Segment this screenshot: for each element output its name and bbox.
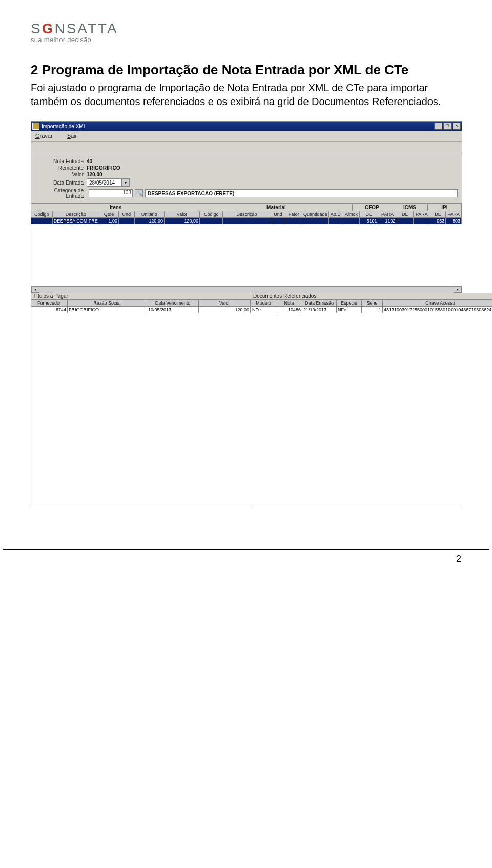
- cell-codigo: [31, 218, 53, 224]
- value-categoria-desc: DESPESAS EXPORTACAO (FRETE): [145, 189, 458, 197]
- col-qtde[interactable]: Qtde: [99, 211, 119, 218]
- col-cfop-para[interactable]: PARA: [378, 211, 397, 218]
- col-m-almox[interactable]: Almox: [343, 211, 360, 218]
- logo-brand: SGNSATTA: [31, 21, 461, 37]
- cell-unitario: 120,00: [135, 218, 165, 224]
- cell-t-valor: 120,00: [199, 307, 251, 313]
- cell-nota: 10486: [276, 307, 302, 313]
- minimize-button[interactable]: _: [434, 123, 442, 130]
- col-modelo[interactable]: Modelo: [251, 300, 276, 307]
- logo-part: G: [42, 21, 55, 36]
- docs-body: [251, 313, 492, 508]
- section-material: Material: [200, 204, 352, 211]
- scroll-left-icon[interactable]: ◂: [31, 287, 39, 293]
- menubar: Gravar Sair: [31, 131, 462, 142]
- col-m-qtd[interactable]: Quantidade: [302, 211, 329, 218]
- docs-columns: Modelo Nota Data Emissão Espécie Série C…: [251, 300, 492, 307]
- cell-qtde: 1,00: [99, 218, 119, 224]
- cell-venc: 10/05/2013: [147, 307, 199, 313]
- cell-cfop-para: 1102: [378, 218, 397, 224]
- col-icms-para[interactable]: PARA: [414, 211, 430, 218]
- form-area: Nota Entrada 40 Remetente FRIGORIFICO Va…: [31, 154, 462, 204]
- cell-icms-para: [414, 218, 430, 224]
- input-data-entrada[interactable]: 28/05/2014 ▾: [87, 178, 130, 187]
- cell-ipi-de: 053: [430, 218, 446, 224]
- toolbar-gap: [31, 142, 462, 154]
- cell-icms-de: [397, 218, 414, 224]
- section-icms: ICMS: [392, 204, 428, 211]
- col-serie[interactable]: Série: [362, 300, 383, 307]
- scroll-right-icon[interactable]: ▸: [454, 287, 462, 293]
- col-razao[interactable]: Razão Social: [68, 300, 147, 307]
- col-t-valor[interactable]: Valor: [199, 300, 251, 307]
- label-data-entrada: Data Entrada: [35, 180, 87, 186]
- col-m-apd[interactable]: Ap.D: [329, 211, 343, 218]
- section-ipi: IPI: [428, 204, 462, 211]
- section-headers: Itens Material CFOP ICMS IPI: [31, 204, 462, 211]
- label-valor: Valor: [35, 172, 87, 177]
- col-nota[interactable]: Nota: [276, 300, 302, 307]
- logo-part: NSATTA: [54, 21, 118, 36]
- items-grid-body: [31, 224, 462, 286]
- cell-m-und: [271, 218, 286, 224]
- input-categoria-code[interactable]: 103: [89, 189, 133, 197]
- panel-docs: Documentos Referenciados Modelo Nota Dat…: [251, 293, 492, 508]
- value-remetente: FRIGORIFICO: [87, 165, 120, 171]
- cell-m-fator: [285, 218, 302, 224]
- col-m-codigo[interactable]: Código: [200, 211, 223, 218]
- col-vencimento[interactable]: Data Vencimento: [147, 300, 199, 307]
- col-chave[interactable]: Chave Acesso: [383, 300, 492, 307]
- label-categoria: Categoria de Entrada: [35, 188, 87, 199]
- cell-serie: 1: [362, 307, 383, 313]
- label-remetente: Remetente: [35, 165, 87, 171]
- cell-chave: 4313100391725500010155801000104867193036…: [383, 307, 492, 313]
- footer-rule: [3, 549, 489, 550]
- cell-m-apd: [329, 218, 343, 224]
- app-window: Importação de XML _ □ × Gravar Sair Nota…: [31, 121, 462, 508]
- col-codigo[interactable]: Código: [31, 211, 53, 218]
- col-m-fator[interactable]: Fator: [285, 211, 302, 218]
- titulos-row[interactable]: 6744 FRIGORIFICO 10/05/2013 120,00: [31, 307, 251, 313]
- lookup-button[interactable]: 🔍: [135, 189, 143, 197]
- cell-valor: 120,00: [165, 218, 200, 224]
- col-m-descricao[interactable]: Descrição: [223, 211, 271, 218]
- item-row[interactable]: DESPESA COM FRE 1,00 120,00 120,00 5101 …: [31, 218, 462, 224]
- logo-tagline: sua melhor decisão: [31, 36, 461, 44]
- col-cfop-de[interactable]: DE: [360, 211, 378, 218]
- cell-forn: 6744: [31, 307, 68, 313]
- menu-gravar[interactable]: Gravar: [35, 133, 53, 139]
- value-data-entrada: 28/05/2014: [89, 180, 115, 186]
- close-button[interactable]: ×: [453, 123, 461, 130]
- col-und[interactable]: Und: [119, 211, 135, 218]
- col-unitario[interactable]: Unitário: [135, 211, 165, 218]
- titulos-body: [31, 313, 251, 508]
- section-itens: Itens: [31, 204, 200, 211]
- value-nota-entrada: 40: [87, 158, 92, 164]
- col-icms-de[interactable]: DE: [397, 211, 414, 218]
- docs-row[interactable]: NFe 10486 21/10/2013 NFe 1 4313100391725…: [251, 307, 492, 313]
- item-columns: Código Descrição Qtde Und Unitário Valor…: [31, 211, 462, 218]
- cell-m-codigo: [200, 218, 223, 224]
- value-valor: 120,00: [87, 172, 102, 177]
- maximize-button[interactable]: □: [443, 123, 452, 130]
- col-ipi-para[interactable]: PARA: [446, 211, 462, 218]
- section-cfop: CFOP: [353, 204, 392, 211]
- menu-sair[interactable]: Sair: [67, 133, 77, 139]
- dropdown-icon[interactable]: ▾: [121, 179, 129, 186]
- cell-ipi-para: 803: [446, 218, 462, 224]
- col-descricao[interactable]: Descrição: [53, 211, 99, 218]
- cell-m-desc: [223, 218, 271, 224]
- col-valor[interactable]: Valor: [165, 211, 200, 218]
- col-m-und[interactable]: Und: [271, 211, 286, 218]
- logo: SGNSATTA sua melhor decisão: [31, 21, 461, 44]
- col-especie[interactable]: Espécie: [337, 300, 362, 307]
- cell-m-almox: [343, 218, 360, 224]
- col-ipi-de[interactable]: DE: [430, 211, 446, 218]
- col-fornecedor[interactable]: Fornecedor: [31, 300, 68, 307]
- h-scrollbar[interactable]: ◂ ▸: [31, 286, 462, 293]
- cell-emissao: 21/10/2013: [302, 307, 337, 313]
- col-emissao[interactable]: Data Emissão: [302, 300, 337, 307]
- titlebar: Importação de XML _ □ ×: [31, 122, 462, 131]
- docs-title: Documentos Referenciados: [251, 293, 492, 300]
- titulos-columns: Fornecedor Razão Social Data Vencimento …: [31, 300, 251, 307]
